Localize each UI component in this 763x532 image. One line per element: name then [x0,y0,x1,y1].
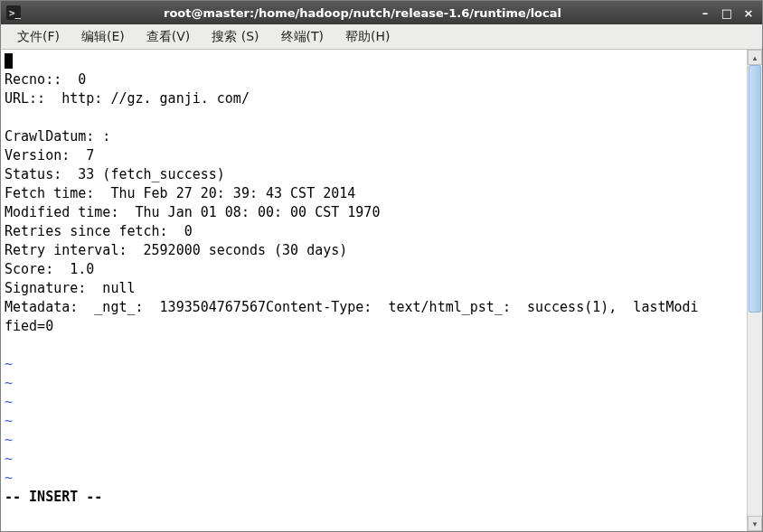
line-score: Score: 1.0 [5,261,94,277]
window-title: root@master:/home/hadoop/nutch/release-1… [28,6,697,20]
menu-terminal[interactable]: 终端(T) [270,26,334,48]
terminal-window: >_ root@master:/home/hadoop/nutch/releas… [0,0,763,532]
vim-tilde: ~ [5,432,13,448]
line-status: Status: 33 (fetch_success) [5,166,225,182]
line-retries: Retries since fetch: 0 [5,223,193,239]
window-controls: – □ × [697,5,757,20]
line-metadata: Metadata: _ngt_: 1393504767567Content-Ty… [5,299,699,315]
terminal-icon: >_ [6,5,21,20]
maximize-button[interactable]: □ [719,5,735,20]
vim-tilde: ~ [5,394,13,410]
menubar: 文件(F) 编辑(E) 查看(V) 搜索 (S) 终端(T) 帮助(H) [1,24,762,50]
scroll-track[interactable] [748,65,762,516]
scroll-down-button[interactable]: ▾ [748,516,762,531]
svg-text:>_: >_ [9,7,21,19]
titlebar[interactable]: >_ root@master:/home/hadoop/nutch/releas… [1,1,762,24]
line-url: URL:: http: //gz. ganji. com/ [5,90,250,107]
line-signature: Signature: null [5,280,136,296]
line-version: Version: 7 [5,147,94,163]
line-metadata2: fied=0 [5,318,53,334]
vim-tilde: ~ [5,413,13,429]
vertical-scrollbar[interactable]: ▴ ▾ [747,50,762,531]
scroll-thumb[interactable] [749,65,761,313]
line-crawldatum: CrawlDatum: : [5,128,110,145]
cursor [5,53,13,69]
line-retryinterval: Retry interval: 2592000 seconds (30 days… [5,242,347,258]
menu-view[interactable]: 查看(V) [136,26,202,48]
line-fetchtime: Fetch time: Thu Feb 27 20: 39: 43 CST 20… [5,185,355,201]
menu-search[interactable]: 搜索 (S) [201,26,269,48]
menu-help[interactable]: 帮助(H) [334,26,400,48]
vim-tilde: ~ [5,356,13,372]
close-button[interactable]: × [740,5,757,20]
terminal-output[interactable]: Recno:: 0 URL:: http: //gz. ganji. com/ … [1,50,747,531]
terminal-area: Recno:: 0 URL:: http: //gz. ganji. com/ … [1,50,762,531]
line-modifiedtime: Modified time: Thu Jan 01 08: 00: 00 CST… [5,204,380,220]
menu-edit[interactable]: 编辑(E) [71,26,136,48]
vim-mode-line: -- INSERT -- [5,489,102,505]
vim-tilde: ~ [5,375,13,391]
line-recno: Recno:: 0 [5,71,86,88]
vim-tilde: ~ [5,451,13,467]
minimize-button[interactable]: – [697,5,713,20]
scroll-up-button[interactable]: ▴ [748,50,762,65]
menu-file[interactable]: 文件(F) [6,26,71,48]
vim-tilde: ~ [5,470,13,486]
